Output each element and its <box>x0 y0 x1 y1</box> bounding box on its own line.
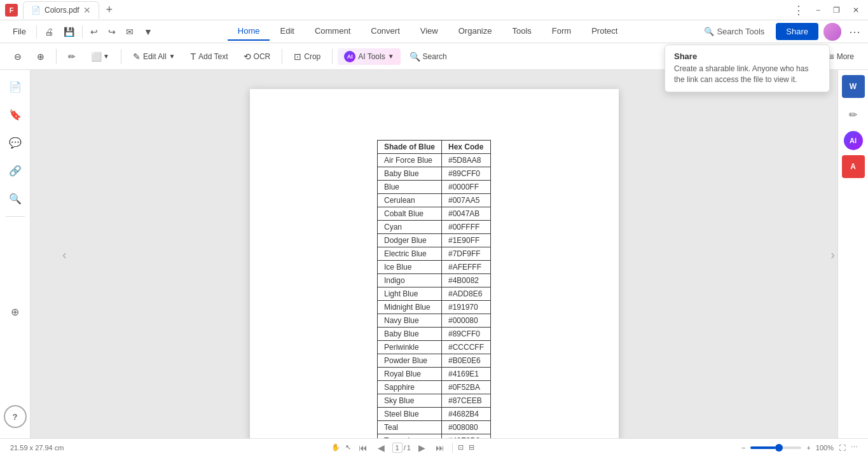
menu-right-area: 🔍 Search Tools Share ⋯ <box>698 23 863 41</box>
edit-all-button[interactable]: ✎ Edit All ▼ <box>127 49 182 64</box>
document-page: Shade of Blue Hex Code Air Force Blue#5D… <box>250 89 619 438</box>
table-row: Navy Blue#000080 <box>377 314 490 328</box>
zoom-out-button[interactable]: ⊖ <box>8 49 28 64</box>
menu-tab-comment[interactable]: Comment <box>305 22 361 41</box>
table-cell: #000080 <box>442 314 491 328</box>
sidebar-page-icon[interactable]: 📄 <box>4 75 27 98</box>
menu-tab-organize[interactable]: Organize <box>448 22 502 41</box>
menu-tab-convert[interactable]: Convert <box>361 22 410 41</box>
menu-tabs: Home Edit Comment Convert View Organize … <box>158 22 698 41</box>
add-text-label: Add Text <box>198 52 228 61</box>
table-cell: Air Force Blue <box>377 154 441 167</box>
hand-tool-button[interactable]: ✋ <box>331 443 340 452</box>
table-cell: Steel Blue <box>377 408 441 421</box>
menu-tab-view[interactable]: View <box>410 22 448 41</box>
menu-more-button[interactable]: ⋯ <box>846 24 863 40</box>
table-cell: #89CFF0 <box>442 167 491 181</box>
ocr-button[interactable]: ⟲ OCR <box>237 49 277 64</box>
search-label: Search <box>423 52 447 61</box>
app-logo: F <box>5 4 18 17</box>
fit-width-button[interactable]: ⊟ <box>469 443 474 452</box>
table-cell: Baby Blue <box>377 167 441 181</box>
ocr-icon: ⟲ <box>244 52 251 62</box>
table-row: Steel Blue#4682B4 <box>377 408 490 421</box>
next-page-button[interactable]: ▶ <box>416 443 428 453</box>
sidebar-bookmark-icon[interactable]: 🔖 <box>4 103 27 126</box>
restore-button[interactable]: ❐ <box>829 4 844 16</box>
tab-colors-pdf[interactable]: 📄 Colors.pdf ✕ <box>23 1 99 19</box>
last-page-button[interactable]: ⏭ <box>433 443 447 453</box>
prev-page-arrow[interactable]: ‹ <box>62 247 67 261</box>
sidebar-search-icon[interactable]: 🔍 <box>4 187 27 210</box>
undo-button[interactable]: ↩ <box>85 24 103 39</box>
zoom-slider[interactable] <box>750 446 801 449</box>
menu-tab-tools[interactable]: Tools <box>502 22 541 41</box>
status-bar: 21.59 x 27.94 cm ✋ ↖ ⏮ ◀ 1 / 1 ▶ ⏭ ⊡ ⊟ −… <box>0 438 868 456</box>
share-tooltip-text: Create a sharable link. Anyone who has t… <box>674 64 820 85</box>
sidebar-layers-icon[interactable]: ⊕ <box>4 300 27 323</box>
menu-tab-form[interactable]: Form <box>542 22 581 41</box>
crop-label: Crop <box>304 52 320 61</box>
table-row: Teal#008080 <box>377 421 490 434</box>
save-button[interactable]: 💾 <box>59 24 79 39</box>
redo-button[interactable]: ↪ <box>103 24 121 39</box>
search-button[interactable]: 🔍 Search <box>403 49 453 64</box>
select-button[interactable]: ⬜ ▼ <box>85 49 116 64</box>
ai-tools-label: AI Tools <box>358 52 385 61</box>
fit-page-button[interactable]: ⊡ <box>458 443 464 452</box>
table-cell: Blue <box>377 181 441 194</box>
minimize-button[interactable]: − <box>812 4 824 16</box>
sidebar-link-icon[interactable]: 🔗 <box>4 159 27 182</box>
menu-tab-edit[interactable]: Edit <box>270 22 304 41</box>
current-page-input[interactable]: 1 <box>392 443 403 453</box>
prev-page-button[interactable]: ◀ <box>375 443 387 453</box>
highlight-icon: ✏ <box>68 52 76 62</box>
tab-close-button[interactable]: ✕ <box>83 5 91 15</box>
search-tools-label: Search Tools <box>717 27 764 36</box>
filter-button[interactable]: ▼ <box>139 24 158 39</box>
table-cell: Cerulean <box>377 194 441 207</box>
tb-separator-2 <box>121 49 121 64</box>
new-tab-button[interactable]: + <box>102 3 117 18</box>
rp-word-icon[interactable]: W <box>842 75 865 98</box>
ai-tools-button[interactable]: AI AI Tools ▼ <box>338 48 400 65</box>
zoom-out-status-button[interactable]: − <box>741 444 745 452</box>
left-sidebar: 📄 🔖 💬 🔗 🔍 ⊕ ? <box>0 70 31 438</box>
crop-button[interactable]: ⊡ Crop <box>287 49 327 64</box>
table-cell: #87CEEB <box>442 394 491 408</box>
next-page-arrow[interactable]: › <box>830 247 835 261</box>
title-more-button[interactable]: ⋮ <box>790 2 807 18</box>
sidebar-comment-icon[interactable]: 💬 <box>4 131 27 154</box>
share-tooltip-title: Share <box>674 52 820 61</box>
zoom-in-status-button[interactable]: + <box>806 444 810 452</box>
search-tools-button[interactable]: 🔍 Search Tools <box>698 24 771 39</box>
rp-a-icon[interactable]: A <box>842 155 865 178</box>
share-tooltip: Share Create a sharable link. Anyone who… <box>665 45 830 92</box>
first-page-button[interactable]: ⏮ <box>356 443 370 453</box>
table-cell: #5D8AA8 <box>442 154 491 167</box>
share-button[interactable]: Share <box>776 23 818 40</box>
sidebar-help-icon[interactable]: ? <box>4 405 27 428</box>
table-row: Electric Blue#7DF9FF <box>377 247 490 261</box>
select-dropdown-icon: ▼ <box>103 53 109 60</box>
table-cell: #0F52BA <box>442 381 491 394</box>
right-panel: W ✏ AI A <box>837 70 868 438</box>
add-text-button[interactable]: T Add Text <box>184 49 235 64</box>
file-menu[interactable]: File <box>5 24 34 39</box>
rp-ai-icon[interactable]: AI <box>844 131 863 150</box>
rp-edit-icon[interactable]: ✏ <box>842 103 865 126</box>
email-button[interactable]: ✉ <box>121 24 139 39</box>
status-more-button[interactable]: ⋯ <box>851 443 858 452</box>
zoom-in-button[interactable]: ⊕ <box>31 49 51 64</box>
menu-tab-protect[interactable]: Protect <box>581 22 628 41</box>
menu-tab-home[interactable]: Home <box>228 22 270 41</box>
close-button[interactable]: ✕ <box>849 4 863 16</box>
zoom-out-icon: ⊖ <box>14 52 22 62</box>
select-tool-button[interactable]: ↖ <box>345 443 351 452</box>
table-cell: Electric Blue <box>377 247 441 261</box>
user-avatar[interactable] <box>823 23 841 41</box>
highlight-button[interactable]: ✏ <box>62 49 82 64</box>
table-header-shade: Shade of Blue <box>377 141 441 154</box>
print-button[interactable]: 🖨 <box>39 24 59 39</box>
fullscreen-button[interactable]: ⛶ <box>839 444 846 452</box>
